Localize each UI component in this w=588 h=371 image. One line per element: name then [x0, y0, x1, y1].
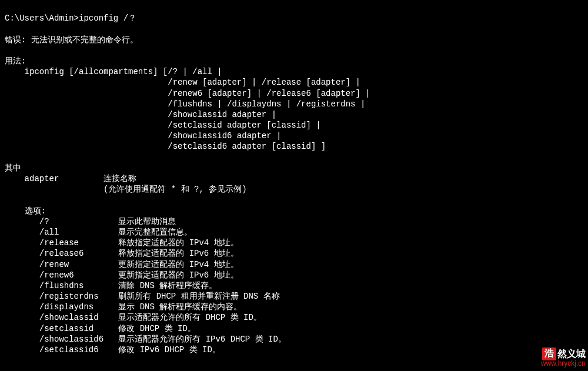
where-label: 其中	[5, 163, 583, 173]
watermark: 浩 然义城 www.hryckj.cn	[541, 347, 586, 369]
usage-line: /showclassid adapter |	[5, 109, 583, 120]
option-line: /registerdns 刷新所有 DHCP 租用并重新注册 DNS 名称	[5, 291, 583, 302]
usage-line: /setclassid6 adapter [classid] ]	[5, 141, 583, 152]
usage-line: /setclassid adapter [classid] |	[5, 120, 583, 131]
option-line: /showclassid6 显示适配器允许的所有 IPv6 DHCP 类 ID。	[5, 334, 583, 345]
option-line: /? 显示此帮助消息	[5, 216, 583, 227]
usage-label: 用法:	[5, 56, 583, 66]
blank-line	[5, 45, 583, 56]
option-line: /release6 释放指定适配器的 IPv6 地址。	[5, 248, 583, 259]
blank-line	[5, 24, 583, 34]
adapter-note: (允许使用通配符 * 和 ?, 参见示例)	[5, 184, 583, 195]
watermark-icon: 浩	[542, 347, 556, 361]
command-prompt: C:\Users\Admin>ipconfig /？	[5, 13, 583, 24]
usage-line: ipconfig [/allcompartments] [/? | /all |	[5, 66, 583, 77]
usage-line: /renew6 [adapter] | /release6 [adapter] …	[5, 88, 583, 99]
usage-line: /flushdns | /displaydns | /registerdns |	[5, 99, 583, 109]
watermark-url: www.hryckj.cn	[541, 359, 586, 369]
terminal-top-line	[5, 2, 583, 13]
option-line: /release 释放指定适配器的 IPv4 地址。	[5, 238, 583, 248]
option-line: /setclassid 修改 DHCP 类 ID。	[5, 323, 583, 334]
option-line: /setclassid6 修改 IPv6 DHCP 类 ID。	[5, 345, 583, 355]
options-label: 选项:	[5, 206, 583, 216]
usage-line: /renew [adapter] | /release [adapter] |	[5, 77, 583, 88]
error-line: 错误: 无法识别或不完整的命令行。	[5, 35, 583, 45]
blank-line	[5, 152, 583, 163]
watermark-text: 然义城	[557, 348, 586, 360]
usage-line: /showclassid6 adapter |	[5, 131, 583, 141]
option-line: /renew 更新指定适配器的 IPv4 地址。	[5, 259, 583, 270]
option-line: /displaydns 显示 DNS 解析程序缓存的内容。	[5, 302, 583, 312]
option-line: /renew6 更新指定适配器的 IPv6 地址。	[5, 270, 583, 280]
adapter-label: adapter 连接名称	[5, 173, 583, 184]
option-line: /flushdns 清除 DNS 解析程序缓存。	[5, 280, 583, 291]
option-line: /showclassid 显示适配器允许的所有 DHCP 类 ID。	[5, 312, 583, 323]
option-line: /all 显示完整配置信息。	[5, 227, 583, 238]
blank-line	[5, 195, 583, 205]
